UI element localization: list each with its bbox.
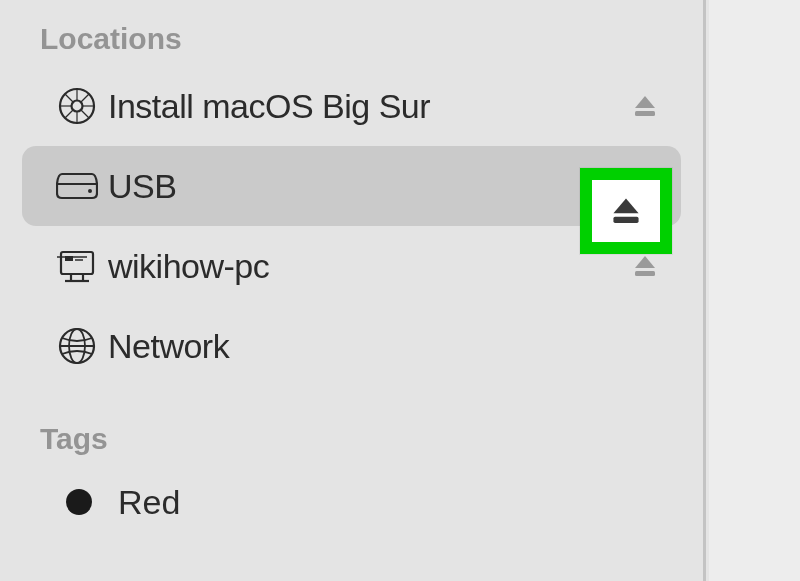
tag-color-dot (66, 489, 92, 515)
svg-line-9 (65, 110, 73, 118)
svg-point-12 (88, 189, 92, 193)
sidebar-item-install-macos[interactable]: Install macOS Big Sur (0, 66, 703, 146)
sidebar-item-label: Red (92, 483, 180, 522)
svg-point-1 (72, 101, 83, 112)
svg-rect-10 (635, 111, 655, 116)
svg-line-8 (81, 94, 89, 102)
sidebar-item-label: wikihow-pc (102, 247, 627, 286)
eject-button[interactable] (627, 248, 663, 284)
sidebar-item-label: Network (102, 327, 663, 366)
tags-section-header: Tags (0, 386, 703, 466)
sidebar-item-wikihow-pc[interactable]: wikihow-pc (0, 226, 703, 306)
svg-rect-21 (635, 271, 655, 276)
eject-icon (631, 92, 659, 120)
svg-rect-13 (613, 217, 638, 223)
content-area-edge (709, 0, 800, 581)
eject-icon (631, 252, 659, 280)
svg-rect-14 (61, 252, 93, 274)
sidebar-item-label: Install macOS Big Sur (102, 87, 627, 126)
sidebar-tag-red[interactable]: Red (0, 466, 703, 538)
eject-icon (610, 195, 642, 227)
finder-sidebar: Locations Install macOS Big Sur (0, 0, 706, 581)
eject-button[interactable] (627, 88, 663, 124)
external-drive-icon (52, 171, 102, 201)
locations-section-header: Locations (0, 8, 703, 66)
network-pc-icon (52, 246, 102, 286)
globe-icon (52, 326, 102, 366)
svg-line-6 (65, 94, 73, 102)
svg-line-7 (81, 110, 89, 118)
sidebar-item-network[interactable]: Network (0, 306, 703, 386)
optical-disk-icon (52, 86, 102, 126)
sidebar-item-label: USB (102, 167, 627, 206)
